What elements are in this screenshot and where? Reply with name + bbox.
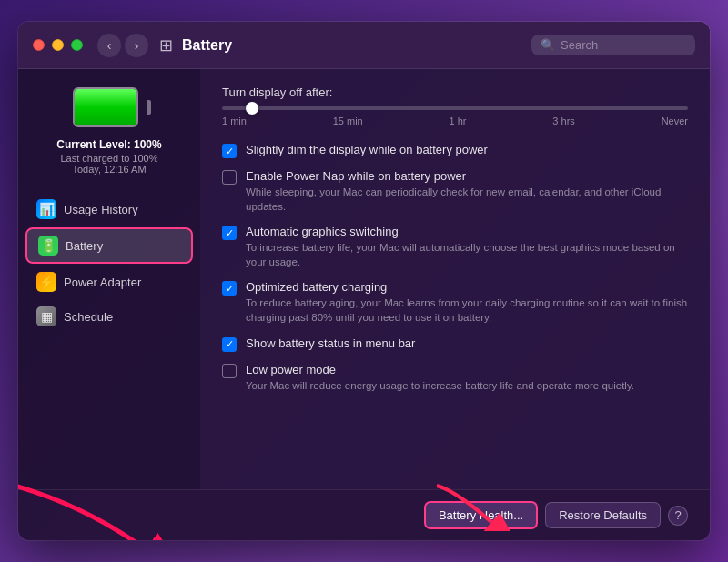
content-area: Turn display off after: 1 min 15 min 1 h… xyxy=(200,69,710,489)
checkbox-show-status[interactable]: ✓ xyxy=(222,337,237,352)
option-power-nap-sublabel: While sleeping, your Mac can periodicall… xyxy=(246,185,688,214)
sidebar-nav: 📊 Usage History 🔋 Battery ⚡ Power Adapte… xyxy=(18,193,200,335)
slider-labels: 1 min 15 min 1 hr 3 hrs Never xyxy=(222,115,688,126)
checkbox-optimized-charging[interactable]: ✓ xyxy=(222,281,237,296)
sidebar: Current Level: 100% Last charged to 100%… xyxy=(18,69,200,489)
battery-illustration xyxy=(73,87,146,127)
forward-icon: › xyxy=(135,38,139,53)
last-charged-label: Last charged to 100% xyxy=(60,153,157,164)
sidebar-item-label: Battery xyxy=(66,239,103,253)
option-auto-graphics-text: Automatic graphics switching To increase… xyxy=(246,225,688,269)
sidebar-item-label: Power Adapter xyxy=(64,276,141,289)
search-placeholder: Search xyxy=(561,38,598,52)
window-title: Battery xyxy=(182,37,232,54)
slider-mark-1min: 1 min xyxy=(222,115,247,126)
option-power-nap-label: Enable Power Nap while on battery power xyxy=(246,169,688,183)
battery-level-label: Current Level: 100% xyxy=(56,138,161,151)
maximize-button[interactable] xyxy=(71,39,83,51)
option-show-status: ✓ Show battery status in menu bar xyxy=(222,336,688,352)
forward-button[interactable]: › xyxy=(125,34,148,57)
slider-mark-15min: 15 min xyxy=(333,115,363,126)
battery-icon-container xyxy=(73,87,146,127)
option-optimized-charging-label: Optimized battery charging xyxy=(246,280,688,294)
battery-fill xyxy=(75,89,136,125)
battery-terminal xyxy=(147,100,151,115)
bottom-bar: Battery Health... Restore Defaults ? xyxy=(18,489,710,540)
slider-thumb[interactable] xyxy=(246,102,258,115)
checkbox-power-nap[interactable] xyxy=(222,170,237,185)
option-dim-display-text: Slightly dim the display while on batter… xyxy=(246,143,688,156)
charge-time-label: Today, 12:16 AM xyxy=(72,164,146,175)
slider-mark-1hr: 1 hr xyxy=(450,115,467,126)
checkbox-dim-display[interactable]: ✓ xyxy=(222,144,237,158)
option-optimized-charging: ✓ Optimized battery charging To reduce b… xyxy=(222,280,688,325)
traffic-lights xyxy=(33,39,83,51)
nav-buttons: ‹ › xyxy=(97,34,148,57)
slider-label: Turn display off after: xyxy=(222,85,688,99)
option-auto-graphics-label: Automatic graphics switching xyxy=(246,225,688,238)
option-low-power-label: Low power mode xyxy=(246,363,688,376)
checkbox-low-power[interactable] xyxy=(222,364,237,378)
main-window: ‹ › ⊞ Battery 🔍 Search Current xyxy=(18,22,710,540)
option-low-power-sublabel: Your Mac will reduce energy usage to inc… xyxy=(246,378,688,393)
checkbox-auto-graphics[interactable]: ✓ xyxy=(222,226,237,240)
sidebar-item-power-adapter[interactable]: ⚡ Power Adapter xyxy=(25,266,193,298)
schedule-icon: ▦ xyxy=(36,306,56,326)
close-button[interactable] xyxy=(33,39,45,51)
main-area: Current Level: 100% Last charged to 100%… xyxy=(18,69,710,489)
battery-health-button[interactable]: Battery Health... xyxy=(424,501,538,529)
search-icon: 🔍 xyxy=(541,38,555,52)
grid-icon[interactable]: ⊞ xyxy=(159,35,173,55)
search-bar[interactable]: 🔍 Search xyxy=(531,35,695,55)
option-show-status-text: Show battery status in menu bar xyxy=(246,336,688,350)
help-button[interactable]: ? xyxy=(668,506,688,526)
display-sleep-slider-section: Turn display off after: 1 min 15 min 1 h… xyxy=(222,85,688,126)
option-dim-display: ✓ Slightly dim the display while on batt… xyxy=(222,143,688,158)
option-dim-display-label: Slightly dim the display while on batter… xyxy=(246,143,688,156)
sidebar-item-battery[interactable]: 🔋 Battery xyxy=(25,227,193,264)
restore-defaults-button[interactable]: Restore Defaults xyxy=(545,502,661,528)
sidebar-item-label: Schedule xyxy=(64,310,113,324)
sidebar-item-schedule[interactable]: ▦ Schedule xyxy=(25,300,193,333)
option-low-power-text: Low power mode Your Mac will reduce ener… xyxy=(246,363,688,393)
slider-mark-never: Never xyxy=(662,115,688,126)
sidebar-item-label: Usage History xyxy=(64,203,138,216)
titlebar: ‹ › ⊞ Battery 🔍 Search xyxy=(18,22,710,69)
power-adapter-icon: ⚡ xyxy=(36,272,56,292)
slider-mark-3hrs: 3 hrs xyxy=(552,115,574,126)
battery-body xyxy=(73,87,138,127)
option-auto-graphics: ✓ Automatic graphics switching To increa… xyxy=(222,225,688,269)
sidebar-item-usage-history[interactable]: 📊 Usage History xyxy=(25,193,193,226)
battery-icon: 🔋 xyxy=(38,236,58,256)
back-icon: ‹ xyxy=(107,38,112,53)
minimize-button[interactable] xyxy=(52,39,64,51)
back-button[interactable]: ‹ xyxy=(97,34,121,57)
option-optimized-charging-text: Optimized battery charging To reduce bat… xyxy=(246,280,688,325)
option-optimized-charging-sublabel: To reduce battery aging, your Mac learns… xyxy=(246,296,688,325)
usage-history-icon: 📊 xyxy=(36,199,56,219)
slider-track[interactable] xyxy=(222,106,688,110)
option-auto-graphics-sublabel: To increase battery life, your Mac will … xyxy=(246,240,688,269)
option-power-nap-text: Enable Power Nap while on battery power … xyxy=(246,169,688,214)
option-low-power: Low power mode Your Mac will reduce ener… xyxy=(222,363,688,393)
option-show-status-label: Show battery status in menu bar xyxy=(246,336,688,350)
option-power-nap: Enable Power Nap while on battery power … xyxy=(222,169,688,214)
